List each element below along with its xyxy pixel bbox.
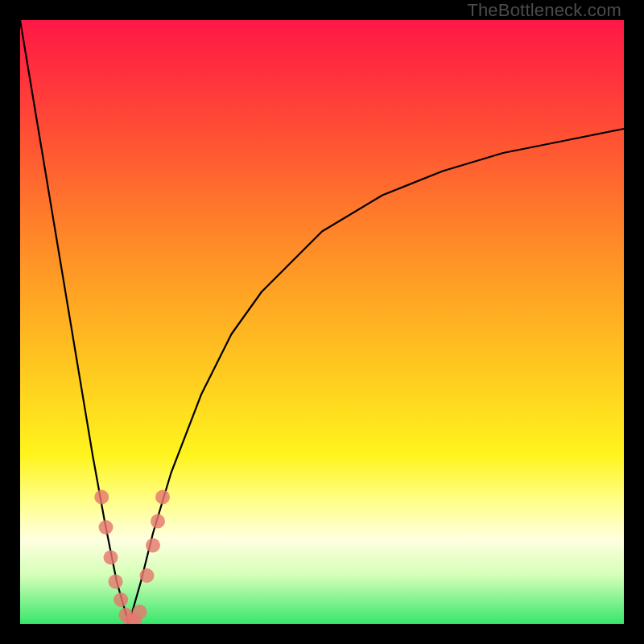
curve-svg [20,20,624,624]
marker-group [94,490,170,625]
chart-frame: TheBottleneck.com [0,0,644,644]
marker-dot [104,551,118,565]
marker-dot [94,490,109,505]
marker-dot [155,490,170,505]
marker-dot [140,568,155,583]
marker-dot [114,592,128,607]
marker-dot [99,520,114,535]
watermark-text: TheBottleneck.com [467,0,621,21]
plot-area [20,20,624,624]
marker-dot [151,514,165,529]
bottleneck-curve [20,20,624,624]
marker-dot [109,575,123,589]
marker-dot [133,605,147,619]
marker-dot [146,539,160,553]
